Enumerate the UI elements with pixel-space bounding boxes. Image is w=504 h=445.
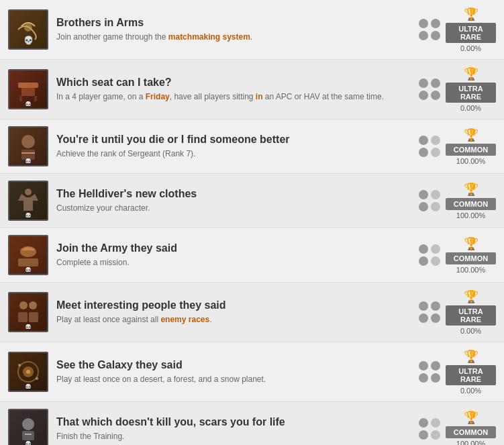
svg-point-11 [25,189,32,195]
dot-2 [419,256,428,266]
dot-2 [419,148,428,157]
achievement-right: 🏆 ULTRA RARE 0.00% [419,66,496,112]
achievement-right: 🏆 ULTRA RARE 0.00% [419,349,496,395]
achievement-desc: Join another game through the matchmakin… [56,32,411,43]
dot-3 [431,313,440,323]
dot-0 [419,136,428,145]
trophy-icon: 🏆 [464,182,478,197]
svg-text:💀: 💀 [25,266,32,272]
dot-3 [431,256,440,266]
achievement-list: 💀 Brothers in Arms Join another game thr… [0,0,504,445]
achievement-icon: 💀 [8,352,48,392]
dot-1 [431,361,440,370]
achievement-desc: Finish the Training. [56,431,411,442]
achievement-desc: In a 4 player game, on a Friday, have al… [56,91,411,103]
svg-text:💀: 💀 [25,440,32,445]
achievement-title: That which doesn't kill you, scars you f… [56,415,411,428]
svg-text:💀: 💀 [23,35,34,45]
dot-2 [419,313,428,323]
dot-0 [419,301,428,311]
rarity-label: COMMON [446,198,496,210]
svg-text:💀: 💀 [25,212,32,217]
rarity-dots [419,361,440,383]
achievement-info: Brothers in Arms Join another game throu… [56,16,411,43]
achievement-title: Brothers in Arms [56,16,411,29]
rarity-percent: 100.00% [456,157,485,165]
achievement-item-doesnt-kill-you: 💀 That which doesn't kill you, scars you… [0,402,504,445]
rarity-badge: 🏆 COMMON 100.00% [446,236,496,274]
achievement-title: See the Galaxy they said [56,358,411,371]
achievement-info: Meet interesting people they said Play a… [56,299,411,326]
achievement-title: Which seat can I take? [56,76,411,89]
achievement-desc: Play at least once against all enemy rac… [56,314,411,326]
rarity-dots [419,418,440,440]
rarity-dots [419,136,440,157]
rarity-label: ULTRA RARE [446,365,496,385]
svg-point-27 [22,418,34,430]
svg-rect-3 [21,88,35,96]
rarity-label: ULTRA RARE [446,23,496,43]
svg-point-25 [36,377,38,380]
achievement-info: You're it until you die or I find someon… [56,133,411,160]
svg-point-0 [25,24,32,31]
achievement-info: Which seat can I take? In a 4 player gam… [56,76,411,103]
svg-rect-2 [18,83,38,88]
rarity-dots [419,301,440,323]
achievement-title: Meet interesting people they said [56,299,411,311]
achievement-right: 🏆 ULTRA RARE 0.00% [419,7,496,52]
achievement-icon: 💀 [8,181,48,221]
achievement-icon: 💀 [8,69,48,109]
achievement-right: 🏆 COMMON 100.00% [419,182,496,219]
achievement-right: 🏆 COMMON 100.00% [419,236,496,274]
achievement-desc: Complete a mission. [56,257,411,268]
rarity-badge: 🏆 COMMON 100.00% [446,410,496,445]
achievement-right: 🏆 COMMON 100.00% [419,410,496,445]
dot-2 [419,430,428,440]
trophy-icon: 🏆 [464,128,478,142]
achievement-info: That which doesn't kill you, scars you f… [56,415,411,442]
achievement-icon: 💀 [8,126,48,166]
trophy-icon: 🏆 [464,289,478,304]
dot-0 [419,418,428,428]
achievement-item-which-seat: 💀 Which seat can I take? In a 4 player g… [0,60,504,119]
svg-point-7 [21,135,35,148]
dot-3 [431,373,440,383]
rarity-badge: 🏆 ULTRA RARE 0.00% [446,349,496,395]
dot-1 [431,79,440,88]
achievement-icon: 💀 [8,292,48,332]
achievement-title: The Helldiver's new clothes [56,187,411,200]
dot-0 [419,361,428,370]
trophy-icon: 🏆 [464,410,478,425]
achievement-item-brothers-in-arms: 💀 Brothers in Arms Join another game thr… [0,0,504,60]
dot-3 [431,31,440,40]
trophy-icon: 🏆 [464,349,478,364]
dot-1 [431,301,440,311]
dot-1 [431,19,440,28]
dot-3 [431,202,440,211]
dot-0 [419,244,428,254]
rarity-badge: 🏆 ULTRA RARE 0.00% [446,289,496,335]
rarity-label: COMMON [446,144,496,156]
svg-text:💀: 💀 [25,324,32,329]
achievement-desc: Customize your character. [56,203,411,214]
achievement-item-join-army: 💀 Join the Army they said Complete a mis… [0,228,504,283]
dot-1 [431,418,440,428]
achievement-info: See the Galaxy they said Play at least o… [56,358,411,385]
dot-2 [419,91,428,100]
dot-0 [419,190,428,199]
rarity-label: ULTRA RARE [446,83,496,103]
dot-0 [419,19,428,28]
achievement-icon: 💀 [8,9,48,50]
achievement-title: You're it until you die or I find someon… [56,133,411,146]
achievement-item-see-galaxy: 💀 See the Galaxy they said Play at least… [0,342,504,402]
rarity-label: COMMON [446,252,496,264]
achievement-desc: Achieve the rank of Sergeant (Rank 7). [56,148,411,160]
svg-rect-28 [22,431,34,440]
dot-3 [431,91,440,100]
dot-1 [431,244,440,254]
dot-2 [419,31,428,40]
svg-point-17 [29,301,37,309]
achievement-item-helldiver-clothes: 💀 The Helldiver's new clothes Customize … [0,174,504,228]
rarity-dots [419,79,440,100]
svg-text:💀: 💀 [25,383,32,389]
